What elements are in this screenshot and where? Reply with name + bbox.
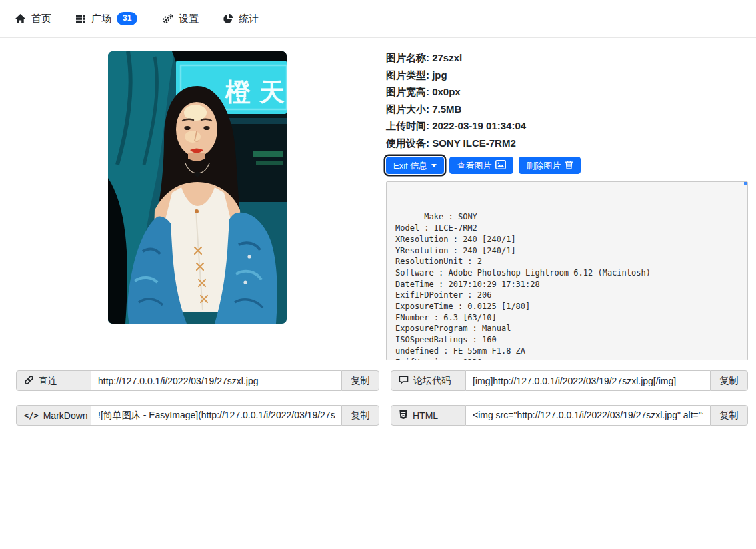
pie-chart-icon <box>223 13 233 24</box>
direct-link-group: 直连 复制 <box>16 370 379 391</box>
direct-link-copy-button[interactable]: 复制 <box>341 370 379 391</box>
exif-panel-corner <box>744 182 747 185</box>
uploaded-photo[interactable]: 橙天街 <box>108 51 287 324</box>
nav-item-label: 首页 <box>31 13 51 25</box>
nav-item-settings[interactable]: 设置 <box>161 13 199 25</box>
info-line-dimensions: 图片宽高: 0x0px <box>386 87 748 97</box>
markdown-copy-button[interactable]: 复制 <box>341 405 379 426</box>
links-section: 直连 复制 论坛代码 复制 <box>0 370 756 426</box>
markdown-group: </> MarkDown 复制 <box>16 405 379 426</box>
info-line-upload-time: 上传时间: 2022-03-19 01:34:04 <box>386 121 748 131</box>
delete-image-button[interactable]: 删除图片 <box>519 157 581 174</box>
nav-item-plaza[interactable]: 广场 31 <box>75 12 137 25</box>
caret-down-icon <box>431 164 437 167</box>
plaza-count-badge: 31 <box>117 12 137 25</box>
nav-item-home[interactable]: 首页 <box>15 13 51 25</box>
info-line-size: 图片大小: 7.5MB <box>386 104 748 115</box>
markdown-input[interactable] <box>91 405 341 426</box>
photo-illustration: 橙天街 <box>108 51 287 324</box>
html-input[interactable] <box>466 405 710 426</box>
view-image-button[interactable]: 查看图片 <box>449 157 513 174</box>
html-label: HTML <box>391 405 466 426</box>
nav-item-label: 统计 <box>239 13 259 25</box>
html-copy-button[interactable]: 复制 <box>710 405 748 426</box>
main-content: 橙天街 <box>0 51 756 360</box>
home-icon <box>15 13 26 24</box>
forum-code-group: 论坛代码 复制 <box>391 370 748 391</box>
html-group: HTML 复制 <box>391 405 748 426</box>
direct-link-input[interactable] <box>91 370 341 391</box>
forum-code-label: 论坛代码 <box>391 370 466 391</box>
trash-icon <box>565 160 573 171</box>
html5-icon <box>399 410 408 422</box>
exif-data-panel[interactable]: Make : SONY Model : ILCE-7RM2 XResolutio… <box>386 181 748 360</box>
exif-text: Make : SONY Model : ILCE-7RM2 XResolutio… <box>395 212 651 360</box>
image-info-panel: 图片名称: 27szxl 图片类型: jpg 图片宽高: 0x0px 图片大小:… <box>386 51 748 360</box>
action-buttons: Exif 信息 查看图片 删除图片 <box>386 157 748 174</box>
top-navbar: 首页 广场 31 设置 <box>0 0 756 38</box>
photo-column: 橙天街 <box>8 51 386 360</box>
exif-info-button[interactable]: Exif 信息 <box>386 157 444 174</box>
links-row-2: </> MarkDown 复制 HTML <box>8 405 748 426</box>
link-icon <box>24 375 34 387</box>
nav-item-stats[interactable]: 统计 <box>223 13 259 25</box>
gears-icon <box>161 13 173 24</box>
info-line-device: 使用设备: SONY ILCE-7RM2 <box>386 138 748 149</box>
forum-code-input[interactable] <box>466 370 710 391</box>
neon-sign-text: 橙天街 <box>225 78 287 106</box>
forum-code-copy-button[interactable]: 复制 <box>710 370 748 391</box>
image-icon <box>495 160 506 171</box>
markdown-label: </> MarkDown <box>16 405 91 426</box>
info-line-type: 图片类型: jpg <box>386 70 748 81</box>
nav-item-label: 广场 <box>91 13 111 25</box>
info-line-name: 图片名称: 27szxl <box>386 53 748 63</box>
grid-icon <box>75 13 86 24</box>
links-row-1: 直连 复制 论坛代码 复制 <box>8 370 748 391</box>
direct-link-label: 直连 <box>16 370 91 391</box>
comment-icon <box>399 375 409 387</box>
nav-item-label: 设置 <box>179 13 199 25</box>
code-icon: </> <box>24 411 39 420</box>
